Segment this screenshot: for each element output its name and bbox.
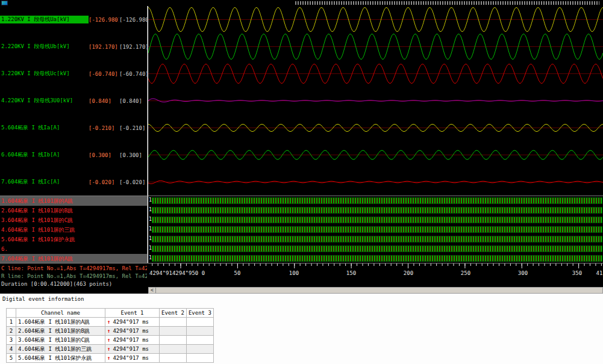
event-table-body: 11.604柘泉 I 线101屏的A跳↑4294"917 ms22.604柘泉 …: [7, 318, 214, 363]
cursor-r-value: [192.170]: [119, 44, 147, 50]
digital-state-label: 1: [149, 226, 152, 232]
rise-edge-icon: ↑: [107, 337, 110, 343]
channel-name: 1.220KV I 段母线Ua[kV]: [0, 16, 89, 23]
event-row-number: 3: [7, 336, 16, 345]
cursor-c-value: [-60.740]: [89, 71, 119, 77]
digital-state-bar: [152, 226, 602, 233]
event-channel-name: 2.604柘泉 I 线101屏的B跳: [16, 327, 105, 336]
time-axis-label: 100: [289, 270, 299, 276]
channel-name: 4.220KV I 段母线3U0[kV]: [0, 97, 89, 105]
event3-cell: [186, 345, 213, 354]
digital-bar-row[interactable]: 1: [148, 244, 603, 254]
time-axis-label: 150: [346, 270, 356, 276]
channel-name: 2.220KV I 段母线Ub[kV]: [0, 43, 89, 51]
digital-state-bar: [152, 217, 602, 223]
digital-state-bar: [152, 207, 602, 214]
event-row[interactable]: 55.604柘泉 I 线101保护永跳↑4294"917 ms: [7, 354, 214, 363]
cursor-c-value: [0.300]: [89, 152, 119, 158]
digital-channel-row[interactable]: 1.604柘泉 I 线101屏的A跳: [0, 196, 147, 206]
digital-state-label: 1: [149, 207, 152, 213]
analog-channel-row[interactable]: 1.220KV I 段母线Ua[kV][-126.980][-126.980]: [0, 6, 147, 33]
event-channel-name: 4.604柘泉 I 线101屏的三跳: [16, 345, 105, 354]
event3-cell: [186, 336, 213, 345]
event-row[interactable]: 22.604柘泉 I 线101屏的B跳↑4294"917 ms: [7, 327, 214, 336]
digital-channel-row[interactable]: 5.604柘泉 I 线101保护永跳: [0, 235, 147, 244]
analog-channel-list: 1.220KV I 段母线Ua[kV][-126.980][-126.980]2…: [0, 6, 148, 196]
digital-bar-list: 1111111: [148, 196, 603, 263]
cursor-r-value: [-126.980]: [119, 17, 147, 23]
waveform-canvas[interactable]: [148, 6, 603, 196]
digital-state-label: 1: [149, 245, 152, 251]
analog-channel-row[interactable]: 4.220KV I 段母线3U0[kV][0.840][0.840]: [0, 87, 147, 114]
event1-cell: ↑4294"917 ms: [105, 345, 160, 354]
event1-cell: ↑4294"917 ms: [105, 318, 160, 327]
event-channel-name: 3.604柘泉 I 线101屏的C跳: [16, 336, 105, 345]
digital-bar-row[interactable]: 1: [148, 225, 603, 235]
r-cursor-status: R line: Point No.=1,Abs T=4294917ms, Rel…: [1, 273, 147, 280]
analog-channel-row[interactable]: 6.604柘泉 I 线Ib[A][0.300][0.300]: [0, 141, 147, 168]
event-table-header-cell: Event 2: [160, 309, 187, 318]
digital-channel-row[interactable]: 6.: [0, 244, 147, 254]
time-axis: 4294"914294"950 0 5010015020025030035041: [148, 263, 603, 287]
event-table-header-cell: Event 1: [105, 309, 160, 318]
digital-channel-row[interactable]: 3.604柘泉 I 线101屏的C跳: [0, 215, 147, 225]
channel-name: 3.220KV I 段母线Uc[kV]: [0, 70, 89, 78]
digital-bar-row[interactable]: 1: [148, 254, 603, 263]
horizontal-scrollbar[interactable]: <: [148, 287, 603, 294]
digital-state-label: 1: [149, 255, 152, 261]
digital-bar-row[interactable]: 1: [148, 235, 603, 244]
time-axis-label: 200: [404, 270, 413, 276]
digital-bar-row[interactable]: 1: [148, 206, 603, 215]
channel-name: 7.604柘泉 I 线Ic[A]: [0, 178, 89, 186]
cursor-status-panel: C line: Point No.=1,Abs T=4294917ms, Rel…: [0, 263, 148, 294]
app-icon[interactable]: [1, 1, 8, 5]
analog-channel-row[interactable]: 3.220KV I 段母线Uc[kV][-60.740][-60.740]: [0, 60, 147, 87]
event-channel-name: 1.604柘泉 I 线101屏的A跳: [16, 318, 105, 327]
window-title-text: [295, 1, 599, 5]
digital-state-label: 1: [149, 236, 152, 242]
channel-name: 5.604柘泉 I 线Ia[A]: [0, 124, 89, 132]
digital-channel-row[interactable]: 2.604柘泉 I 线101屏的B跳: [0, 206, 147, 215]
event2-cell: [160, 354, 187, 363]
event1-time: 4294"917 ms: [113, 337, 149, 343]
event-table-header-row: Channel nameEvent 1Event 2Event 3: [7, 309, 214, 318]
event1-cell: ↑4294"917 ms: [105, 336, 160, 345]
waveform-trace: [148, 99, 603, 102]
event-row[interactable]: 11.604柘泉 I 线101屏的A跳↑4294"917 ms: [7, 318, 214, 327]
rise-edge-icon: ↑: [107, 346, 110, 352]
digital-state-bar: [152, 236, 602, 242]
event-row-number: 5: [7, 354, 16, 363]
analog-channel-row[interactable]: 7.604柘泉 I 线Ic[A][-0.020][-0.020]: [0, 168, 147, 196]
event1-time: 4294"917 ms: [113, 319, 149, 325]
digital-state-bar: [152, 245, 602, 252]
cursor-c-value: [0.840]: [89, 98, 119, 104]
analog-channel-row[interactable]: 2.220KV I 段母线Ub[kV][192.170][192.170]: [0, 33, 147, 60]
event-row-number: 4: [7, 345, 16, 354]
event-channel-name: 5.604柘泉 I 线101保护永跳: [16, 354, 105, 363]
fault-recorder-window: 1.220KV I 段母线Ua[kV][-126.980][-126.980]2…: [0, 0, 603, 364]
time-axis-label: 250: [461, 270, 470, 276]
digital-bar-row[interactable]: 1: [148, 196, 603, 206]
event-table-header-cell: Channel name: [16, 309, 105, 318]
scroll-left-arrow-icon[interactable]: <: [149, 288, 156, 293]
rise-edge-icon: ↑: [107, 355, 110, 361]
event-row-number: 1: [7, 318, 16, 327]
digital-channel-row[interactable]: 4.604柘泉 I 线101屏的三跳: [0, 225, 147, 235]
cursor-c-value: [-0.020]: [89, 179, 119, 185]
event3-cell: [186, 354, 213, 363]
time-axis-label: 50: [234, 270, 241, 276]
event-row[interactable]: 44.604柘泉 I 线101屏的三跳↑4294"917 ms: [7, 345, 214, 354]
digital-bar-row[interactable]: 1: [148, 215, 603, 225]
analog-channel-row[interactable]: 5.604柘泉 I 线Ia[A][-0.210][-0.210]: [0, 114, 147, 141]
cursor-c-value: [-126.980]: [89, 17, 119, 23]
digital-channel-row[interactable]: 7.604柘泉 I 线101屏的A跳: [0, 254, 147, 263]
event2-cell: [160, 336, 187, 345]
event-row-number: 2: [7, 327, 16, 336]
event2-cell: [160, 318, 187, 327]
event-table-header-cell: Event 3: [186, 309, 213, 318]
event-row[interactable]: 33.604柘泉 I 线101屏的C跳↑4294"917 ms: [7, 336, 214, 345]
rise-edge-icon: ↑: [107, 328, 110, 334]
event2-cell: [160, 327, 187, 336]
event-table: Channel nameEvent 1Event 2Event 3 11.604…: [6, 308, 214, 363]
cursor-r-value: [-60.740]: [119, 71, 147, 77]
